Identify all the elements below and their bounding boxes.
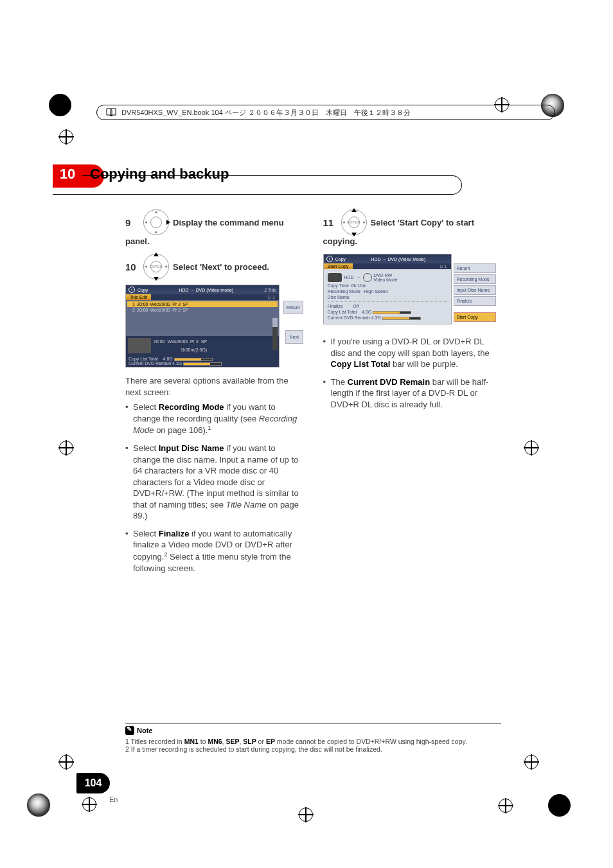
- step-11-text-2: copying.: [323, 236, 502, 246]
- step-11-number: 11: [323, 217, 337, 228]
- note-label: Note: [137, 727, 152, 734]
- page-language: En: [109, 795, 118, 803]
- ui2-page-indicator: 1/ 1: [353, 263, 451, 269]
- note-section: Note 1 Titles recorded in MN1 to MN6, SE…: [125, 723, 501, 753]
- ui1-copy-label: Copy: [138, 288, 148, 292]
- ui2-side-finalize[interactable]: Finalize: [454, 296, 496, 306]
- book-header: DVR540HXS_WV_EN.book 104 ページ ２００６年３月３０日 …: [96, 105, 555, 120]
- dvd-remain-bar: [382, 317, 421, 320]
- step-11-text: Select 'Start Copy' to start: [371, 218, 475, 227]
- pencil-icon: [125, 726, 134, 735]
- hdd-icon: [328, 273, 342, 282]
- nav-right-icon: [143, 209, 169, 235]
- ui1-return-button[interactable]: Return: [283, 301, 303, 314]
- dvd-icon: [363, 273, 372, 282]
- book-open-icon: [106, 107, 116, 118]
- copy-total-bar: [174, 358, 213, 361]
- step-9-text-2: panel.: [125, 236, 304, 246]
- preview-length: 1h00m(2.0G): [154, 348, 207, 352]
- ui2-mode: HDD → DVD (Video Mode): [348, 257, 449, 261]
- nav-enter-icon: ENTER: [143, 254, 169, 279]
- ui2-tab-start-copy[interactable]: Start Copy: [324, 263, 353, 269]
- copy-list-screenshot: Copy HDD → DVD (Video mode) 2 Title Titl…: [125, 285, 280, 368]
- table-row[interactable]: 1 20:00 Wed29/03 Pr 2 SP: [127, 301, 278, 307]
- preview-thumbnail: [128, 338, 151, 353]
- scrollbar[interactable]: [272, 318, 278, 350]
- ui1-titles: 2 Title: [264, 288, 276, 292]
- list-item: Select Recording Mode if you want to cha…: [125, 402, 304, 436]
- step-10-number: 10: [125, 261, 139, 272]
- ui1-mode: HDD → DVD (Video mode): [150, 288, 262, 292]
- ui2-side-return[interactable]: Return: [454, 263, 496, 273]
- book-header-text: DVR540HXS_WV_EN.book 104 ページ ２００６年３月３０日 …: [121, 108, 411, 118]
- ui2-side-menu: Return Recording Mode Input Disc Name Fi…: [454, 263, 496, 323]
- list-item: If you're using a DVD-R DL or DVD+R DL d…: [323, 336, 502, 370]
- disc-icon: [326, 256, 333, 262]
- ui1-next-button[interactable]: Next: [285, 330, 303, 344]
- dvd-remain-bar: [183, 362, 222, 366]
- disc-icon: [129, 287, 135, 293]
- nav-enter-icon: ENTER: [341, 209, 367, 235]
- page-number-badge: 104: [76, 773, 110, 793]
- chapter-title: Copying and backup: [90, 166, 229, 182]
- intro-line-2: next screen:: [125, 387, 304, 398]
- step-10-text: Select 'Next' to proceed.: [173, 262, 269, 272]
- footnote-2: 2 If a timer recording is scheduled to s…: [125, 745, 501, 753]
- intro-line-1: There are several options available from…: [125, 375, 304, 387]
- copy-total-bar: [373, 311, 411, 314]
- step-9-number: 9: [125, 217, 139, 228]
- list-item: The Current DVD Remain bar will be half-…: [323, 376, 502, 411]
- table-row[interactable]: 2 20:00 Wed29/03 Pr 2 SP: [127, 307, 278, 313]
- list-item: Select Input Disc Name if you want to ch…: [125, 443, 304, 522]
- ui2-side-input-disc-name[interactable]: Input Disc Name: [454, 285, 496, 295]
- ui2-copy-label: Copy: [335, 257, 346, 261]
- footnote-1: 1 Titles recorded in MN1 to MN6, SEP, SL…: [125, 738, 501, 745]
- step-9-text: Display the command menu: [173, 218, 284, 227]
- ui1-tab-title-edit[interactable]: Title Edit: [126, 294, 151, 300]
- ui1-page-indicator: 1/ 1: [151, 294, 279, 300]
- ui2-side-rec-mode[interactable]: Recording Mode: [454, 274, 496, 284]
- chapter-number-badge: 10: [53, 164, 82, 184]
- list-item: Select Finalize if you want to automatic…: [125, 528, 304, 574]
- ui2-side-start-copy[interactable]: Start Copy: [454, 312, 496, 322]
- start-copy-screenshot: Copy HDD → DVD (Video Mode) Start Copy 1…: [323, 254, 452, 324]
